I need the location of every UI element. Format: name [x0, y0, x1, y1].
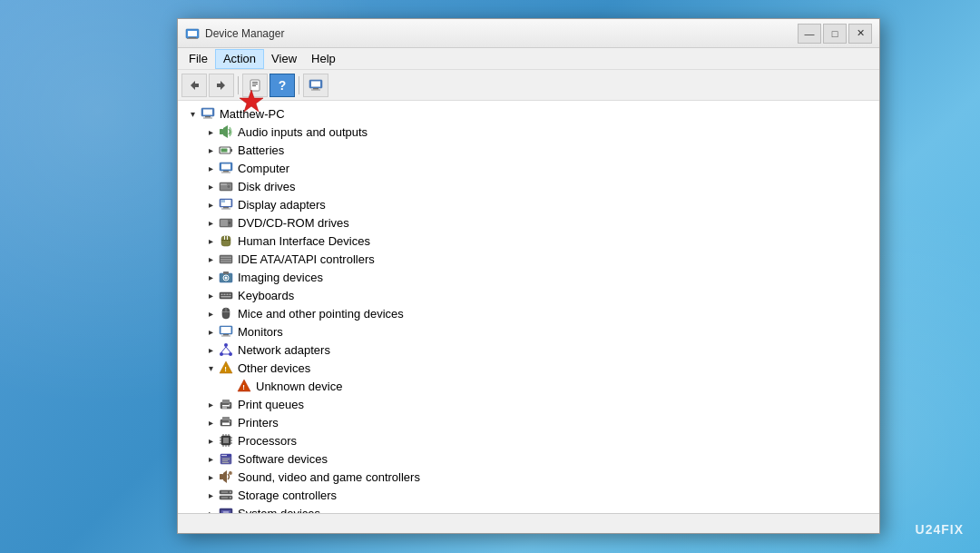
forward-button[interactable] — [209, 74, 234, 97]
svg-point-41 — [228, 222, 231, 225]
tree-item-printqueues[interactable]: Print queues — [178, 395, 879, 413]
system-label: System devices — [238, 507, 320, 514]
tree-item-computer[interactable]: Computer — [178, 159, 879, 177]
tree-item-display[interactable]: Display adapters — [178, 195, 879, 213]
svg-point-81 — [229, 404, 230, 406]
monitor-button[interactable] — [303, 74, 328, 97]
network-label: Network adapters — [238, 343, 330, 357]
svg-rect-15 — [311, 89, 320, 90]
svg-rect-28 — [223, 171, 229, 173]
properties-button[interactable] — [242, 74, 268, 97]
close-button[interactable]: ✕ — [848, 24, 872, 44]
expand-arrow-root[interactable] — [185, 106, 200, 121]
tree-root[interactable]: Matthew-PC — [178, 104, 879, 123]
tree-item-sound[interactable]: Sound, video and game controllers — [178, 468, 879, 486]
expand-arrow-processors[interactable] — [203, 433, 218, 448]
expand-arrow-monitors[interactable] — [203, 324, 218, 339]
svg-text:!: ! — [242, 383, 245, 391]
title-bar: Device Manager — □ ✕ — [178, 19, 879, 48]
tree-item-hid[interactable]: Human Interface Devices — [178, 232, 879, 250]
tree-item-keyboards[interactable]: Keyboards — [178, 286, 879, 304]
expand-arrow-software[interactable] — [203, 451, 218, 466]
disk-icon — [218, 178, 234, 194]
svg-rect-36 — [223, 207, 229, 209]
svg-rect-18 — [203, 110, 212, 115]
tree-item-system[interactable]: System devices — [178, 504, 879, 513]
tree-item-storage[interactable]: Storage controllers — [178, 486, 879, 504]
svg-rect-45 — [221, 240, 230, 241]
tree-item-network[interactable]: Network adapters — [178, 341, 879, 359]
expand-arrow-keyboards[interactable] — [203, 288, 218, 302]
expand-arrow-network[interactable] — [203, 342, 218, 357]
tree-item-disk[interactable]: Disk drives — [178, 177, 879, 195]
expand-arrow-sound[interactable] — [203, 469, 218, 484]
expand-arrow-computer[interactable] — [203, 161, 218, 175]
tree-item-dvd[interactable]: DVD/CD-ROM drives — [178, 213, 879, 232]
root-label: Matthew-PC — [220, 107, 285, 121]
audio-label: Audio inputs and outputs — [238, 125, 368, 139]
svg-rect-79 — [222, 405, 230, 407]
svg-rect-87 — [223, 438, 229, 443]
monitor-icon — [218, 323, 234, 340]
svg-rect-9 — [252, 82, 258, 83]
svg-rect-33 — [220, 183, 227, 185]
minimize-button[interactable]: — — [798, 24, 821, 44]
monitors-label: Monitors — [238, 325, 283, 339]
tree-item-unknown[interactable]: ! Unknown device — [178, 377, 879, 395]
tree-item-software[interactable]: Software devices — [178, 449, 879, 468]
imaging-icon — [218, 269, 234, 285]
help-button[interactable]: ? — [270, 74, 295, 97]
expand-arrow-printqueues[interactable] — [203, 397, 218, 411]
unknown-icon: ! — [236, 378, 252, 394]
tree-view[interactable]: Matthew-PC Audio inputs and outputs — [178, 101, 879, 513]
menu-help[interactable]: Help — [304, 49, 343, 69]
svg-rect-54 — [220, 292, 232, 299]
svg-rect-40 — [220, 220, 228, 226]
expand-arrow-ide[interactable] — [203, 252, 218, 266]
computer-item-icon — [218, 160, 234, 176]
tree-item-mice[interactable]: Mice and other pointing devices — [178, 304, 879, 322]
svg-text:!: ! — [224, 365, 227, 373]
expand-arrow-printers[interactable] — [203, 415, 218, 430]
tree-item-monitors[interactable]: Monitors — [178, 322, 879, 341]
svg-point-103 — [223, 455, 225, 457]
tree-item-other[interactable]: ! Other devices — [178, 359, 879, 377]
svg-rect-80 — [222, 408, 227, 409]
menu-file[interactable]: File — [181, 49, 215, 69]
expand-arrow-imaging[interactable] — [203, 270, 218, 284]
menu-action[interactable]: Action — [215, 49, 264, 69]
keyboards-label: Keyboards — [238, 289, 294, 302]
menu-view[interactable]: View — [264, 49, 304, 69]
expand-arrow-mice[interactable] — [203, 306, 218, 321]
dvd-label: DVD/CD-ROM drives — [238, 216, 349, 230]
back-button[interactable] — [181, 74, 207, 97]
network-icon — [218, 341, 234, 358]
maximize-button[interactable]: □ — [823, 24, 847, 44]
svg-rect-7 — [217, 84, 221, 87]
tree-item-batteries[interactable]: Batteries — [178, 141, 879, 159]
tree-item-audio[interactable]: Audio inputs and outputs — [178, 123, 879, 141]
expand-arrow-storage[interactable] — [203, 488, 218, 502]
tree-item-ide[interactable]: IDE ATA/ATAPI controllers — [178, 250, 879, 268]
tree-item-processors[interactable]: Processors — [178, 431, 879, 449]
expand-arrow-batteries[interactable] — [203, 143, 218, 157]
tree-item-printers[interactable]: Printers — [178, 413, 879, 431]
expand-arrow-other[interactable] — [203, 360, 218, 375]
sound-label: Sound, video and game controllers — [238, 470, 420, 484]
expand-arrow-display[interactable] — [203, 197, 218, 212]
svg-rect-1 — [188, 31, 197, 36]
svg-point-85 — [229, 420, 230, 422]
expand-arrow-hid[interactable] — [203, 233, 218, 248]
expand-arrow-dvd[interactable] — [203, 215, 218, 230]
expand-arrow-system[interactable] — [203, 506, 218, 513]
mouse-icon — [218, 305, 234, 321]
svg-rect-108 — [220, 474, 223, 479]
svg-rect-42 — [221, 236, 230, 246]
tree-item-imaging[interactable]: Imaging devices — [178, 268, 879, 286]
svg-rect-58 — [230, 294, 231, 296]
expand-arrow-audio[interactable] — [203, 124, 218, 139]
expand-arrow-disk[interactable] — [203, 179, 218, 193]
svg-rect-83 — [222, 417, 230, 420]
svg-point-53 — [225, 277, 228, 280]
software-label: Software devices — [238, 452, 328, 466]
